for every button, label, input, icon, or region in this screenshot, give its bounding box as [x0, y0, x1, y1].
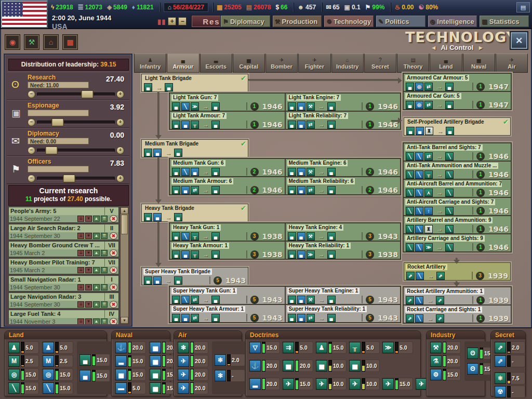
priority-higher-button[interactable]: ▲ [93, 301, 100, 308]
tab-politics[interactable]: ✎Politics [376, 15, 426, 28]
slider-plus-button[interactable]: + [116, 90, 124, 98]
tech-medium-tank-brigade[interactable]: Medium Tank Brigade✔▄▄→▄ [141, 139, 248, 157]
priority-much-higher-button[interactable]: ⇈ [101, 233, 108, 239]
tech-heavy-tank-gun-1[interactable]: Heavy Tank Gun: 1▄╲╥→▄31938 [169, 223, 285, 241]
tech-tile-tank-doctrine[interactable]: ⇉5.0 [282, 341, 313, 354]
tech-tile-anchor[interactable]: ⚓20.0 [114, 341, 146, 354]
menu-button[interactable]: ▤ [516, 2, 530, 12]
tech-tile-submarine[interactable]: ▂20.0 [248, 378, 280, 390]
speed-down-button[interactable]: − [178, 17, 187, 25]
priority-much-higher-button[interactable]: ⇈ [101, 318, 108, 324]
tech-tile-carrier[interactable]: ▬5.0 [114, 382, 146, 394]
tech-tile-fighter[interactable]: ✈15.0 [282, 378, 313, 390]
priority-much-higher-button[interactable]: ⇈ [101, 284, 108, 290]
priority-lower-button[interactable]: ▼ [85, 318, 92, 324]
tech-heavy-tank-armour-1[interactable]: Heavy Tank Armour: 1▄▄╥→▄31938 [169, 241, 285, 259]
tech-tile-gears[interactable]: ⚙15.0 [429, 368, 461, 381]
close-button[interactable]: ✕ [511, 32, 527, 49]
tech-medium-tank-armour-6[interactable]: Medium Tank Armour: 6▄▄⇄→▄21946 [169, 177, 285, 195]
tech-tab-armour[interactable]: ▄Armour [167, 54, 199, 73]
tech-tile-armoured-car[interactable]: ◎15.0 [7, 368, 39, 381]
tech-tile-rocket[interactable]: ⇗- [494, 355, 525, 367]
tech-super-heavy-tank-gun-1[interactable]: Super Heavy Tank Gun: 1▄╲⇄→▄51943 [169, 286, 285, 304]
priority-higher-button[interactable]: ▲ [93, 216, 100, 222]
priority-lower-button[interactable]: ▼ [85, 216, 92, 222]
priority-lower-button[interactable]: ▼ [85, 267, 92, 273]
tech-rocket-carriage-and-sights-1[interactable]: Rocket Carriage and Sights: 1⇗╲→⇗11939 [403, 305, 511, 323]
slider-minus-button[interactable]: − [28, 147, 35, 154]
priority-lower-button[interactable]: ▼ [85, 284, 92, 290]
research-item[interactable]: People's Army: 5V1944 September 22⇊▼▲⇈✖ [8, 207, 119, 223]
priority-much-lower-button[interactable]: ⇊ [77, 301, 84, 308]
tech-self-propelled-artillery-brigade[interactable]: Self-Propelled Artillery Brigade✔▄▄♜→▄ [404, 117, 511, 136]
slider-handle[interactable] [45, 147, 58, 154]
research-item[interactable]: Heavy Bomber Ground Crew T ...VII1945 Ma… [8, 241, 119, 257]
scroll-down-icon[interactable]: ▼ [121, 317, 128, 324]
tech-tile-artillery[interactable]: ╲15.0 [7, 382, 39, 394]
tech-light-tank-reliability-7[interactable]: Light Tank Reliability: 7▄▄⇄→▄11946 [285, 111, 401, 129]
scroll-up-icon[interactable]: ▲ [121, 207, 128, 214]
tech-light-tank-engine-7[interactable]: Light Tank Engine: 7▄▄⚒→▄11946 [285, 93, 401, 111]
priority-lower-button[interactable]: ▼ [85, 250, 92, 256]
tech-tile-wrench[interactable]: ⚒20.0 [429, 341, 461, 354]
tech-tile-landing-craft[interactable]: ▽15.0 [248, 341, 280, 354]
tech-medium-tank-engine-6[interactable]: Medium Tank Engine: 6▄▄⚒→▄21946 [285, 158, 401, 177]
priority-higher-button[interactable]: ▲ [93, 284, 100, 290]
tech-medium-tank-reliability-6[interactable]: Medium Tank Reliability: 6▄▄⇄→▄21946 [285, 177, 401, 195]
tech-artillery-carriage-and-sights-9[interactable]: Artillery Carriage and Sights: 9╲╲≫→╲119… [403, 234, 511, 252]
tech-tile-cruiser[interactable]: ▅10.0 [348, 360, 380, 372]
priority-much-higher-button[interactable]: ⇈ [101, 250, 108, 256]
priority-lower-button[interactable]: ▼ [85, 233, 92, 239]
tech-tile-radiation[interactable]: ☢- [494, 385, 525, 398]
tech-light-tank-gun-7[interactable]: Light Tank Gun: 7▄╲≫→▄11946 [169, 93, 285, 111]
tech-tab-infantry[interactable]: ♟Infantry [134, 54, 166, 73]
cancel-research-button[interactable]: ✖ [110, 215, 117, 222]
scroll-thumb[interactable] [121, 215, 128, 234]
tech-tile-plane-doctrine[interactable]: ✈10.0 [315, 378, 347, 390]
priority-much-higher-button[interactable]: ⇈ [101, 267, 108, 273]
priority-much-higher-button[interactable]: ⇈ [101, 216, 108, 222]
slider-plus-button[interactable]: + [116, 147, 124, 154]
priority-much-lower-button[interactable]: ⇊ [77, 267, 84, 273]
research-item[interactable]: Large Fuel Tank: 4IV1944 November 3⇊▼▲⇈✖ [8, 310, 119, 324]
tech-armoured-car-gun-5[interactable]: Armoured Car Gun: 5▄◎⇄→▄11947 [403, 91, 511, 110]
slider-track[interactable] [37, 92, 115, 96]
tab-production[interactable]: ⚒Production [272, 15, 323, 28]
cancel-research-button[interactable]: ✖ [110, 284, 117, 291]
tech-rocket-artillery-ammunition-1[interactable]: Rocket Artillery Ammunition: 1⇗╲→⇗11939 [403, 287, 511, 305]
tech-anti-tank-barrel-and-sights-7[interactable]: Anti-Tank Barrel and Sights: 7╲╲⇄→╲11946 [403, 143, 511, 161]
tech-tile-destroyer[interactable]: ▅20.0 [282, 360, 313, 372]
priority-much-lower-button[interactable]: ⇊ [77, 233, 84, 239]
tech-tile-armoured-car[interactable]: ◎15.0 [42, 368, 73, 381]
tech-anti-aircraft-barrel-and-ammunition-7[interactable]: Anti-Aircraft Barrel and Ammunition: 7╲╲… [403, 179, 511, 197]
next-arrow-icon[interactable]: ► [477, 44, 484, 51]
tech-super-heavy-tank-reliability-1[interactable]: Super Heavy Tank Reliability: 1▄▄⇄→▄5194… [285, 304, 401, 323]
scrollbar[interactable]: ▲ ▼ [120, 207, 129, 324]
tech-tile-cruiser[interactable]: ▅15.0 [114, 368, 146, 381]
speed-up-button[interactable]: + [168, 17, 176, 25]
tech-tile-jet-engine[interactable]: ✻2.0 [214, 354, 245, 366]
tech-tile-fighter[interactable]: ✈20.0 [177, 355, 208, 367]
tech-tile-rocket[interactable]: ⇗2.0 [494, 341, 525, 354]
factory-button[interactable]: ⌂ [44, 35, 58, 49]
slider-plus-button[interactable]: + [116, 175, 124, 182]
tech-tab-escorts[interactable]: ▃Escorts [200, 54, 232, 73]
slider-minus-button[interactable]: − [28, 118, 35, 126]
tech-tab-bomber[interactable]: ✈Bomber [265, 54, 298, 73]
research-item[interactable]: Large Navigation Radar: 3III1944 Septemb… [8, 292, 119, 309]
priority-much-lower-button[interactable]: ⇊ [77, 250, 84, 256]
cancel-research-button[interactable]: ✖ [110, 318, 117, 324]
tab-diplomacy[interactable]: ⚑Diplomacy [220, 15, 271, 28]
tech-tile-flask[interactable]: ⚗20.0 [429, 355, 461, 367]
tech-heavy-tank-engine-4[interactable]: Heavy Tank Engine: 4▄▄⚒→▄31943 [285, 223, 401, 241]
tech-tile-infantry-doctrine[interactable]: ♟15.0 [315, 341, 347, 354]
tech-tile-tank[interactable]: ▄15.0 [78, 369, 110, 382]
slider-plus-button[interactable]: + [116, 118, 124, 126]
research-item[interactable]: Heavy Bomber Pilot Training: 7VII1945 Ma… [8, 258, 119, 274]
slider-minus-button[interactable]: − [28, 175, 35, 182]
cancel-research-button[interactable]: ✖ [110, 267, 117, 274]
tech-super-heavy-tank-brigade[interactable]: Super Heavy Tank Brigade▄▄→▄51943 [141, 267, 248, 285]
tech-tab-air[interactable]: ✈Air [496, 54, 528, 73]
tech-tab-theory[interactable]: ▤Theory [397, 54, 429, 73]
tech-tab-industry[interactable]: ⌂Industry [331, 54, 364, 73]
